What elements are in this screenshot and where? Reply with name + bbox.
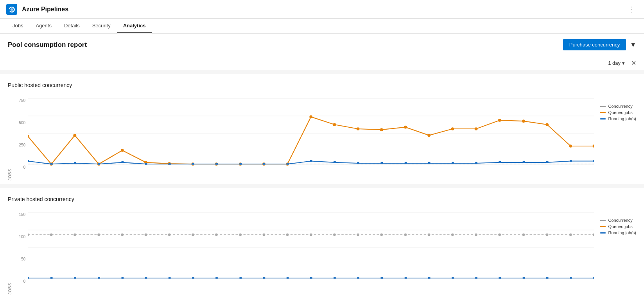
- svg-rect-50: [475, 162, 477, 164]
- svg-point-8: [73, 134, 76, 137]
- svg-point-62: [28, 234, 29, 236]
- svg-rect-44: [334, 161, 336, 164]
- svg-point-72: [263, 234, 265, 236]
- svg-rect-45: [357, 162, 359, 164]
- svg-point-69: [192, 234, 194, 236]
- svg-point-23: [427, 134, 431, 137]
- public-chart-svg: [28, 95, 594, 180]
- header-actions: ⋮: [624, 4, 638, 15]
- svg-point-75: [333, 234, 336, 236]
- svg-point-22: [404, 126, 407, 129]
- private-legend-queued: Queued jobs: [600, 224, 636, 229]
- svg-point-82: [498, 234, 501, 236]
- app-title: Azure Pipelines: [22, 6, 68, 13]
- queued-color: [600, 112, 606, 113]
- svg-point-67: [145, 234, 147, 236]
- nav-item-analytics[interactable]: Analytics: [117, 19, 152, 33]
- svg-rect-51: [499, 161, 501, 164]
- svg-point-73: [286, 234, 289, 236]
- nav-item-jobs[interactable]: Jobs: [6, 19, 29, 33]
- private-legend-concurrency: Concurrency: [600, 218, 636, 223]
- public-y-ticks: 7505002500: [14, 95, 28, 180]
- kebab-menu-button[interactable]: ⋮: [624, 4, 638, 15]
- svg-point-21: [380, 128, 383, 131]
- svg-point-27: [522, 119, 525, 123]
- private-chart-svg: [28, 209, 594, 294]
- public-chart-container: JOBS 7505002500: [8, 95, 636, 180]
- private-chart-title: Private hosted concurrency: [8, 196, 636, 202]
- legend-concurrency: Concurrency: [600, 104, 636, 109]
- svg-rect-33: [74, 162, 76, 164]
- legend-running: Running job(s): [600, 116, 636, 121]
- svg-point-65: [97, 234, 100, 236]
- svg-rect-49: [452, 162, 454, 164]
- svg-point-25: [475, 127, 478, 130]
- public-chart-area: 13:0014:0015:0016:0017:0018:0019:0020:00…: [28, 95, 594, 180]
- svg-rect-48: [428, 162, 431, 164]
- svg-rect-47: [405, 162, 407, 164]
- svg-point-10: [121, 149, 124, 152]
- svg-point-85: [569, 234, 572, 236]
- svg-point-80: [451, 234, 454, 236]
- svg-point-26: [498, 119, 501, 122]
- svg-rect-43: [310, 160, 312, 162]
- private-chart-container: JOBS 150100500: [8, 209, 636, 294]
- nav-item-details[interactable]: Details: [58, 19, 86, 33]
- content-area: Public hosted concurrency JOBS 750500250…: [0, 74, 644, 296]
- svg-point-74: [310, 234, 312, 236]
- svg-point-79: [428, 234, 431, 236]
- svg-rect-52: [523, 161, 525, 164]
- legend-queued: Queued jobs: [600, 110, 636, 115]
- svg-point-24: [451, 127, 454, 130]
- concurrency-color: [600, 106, 606, 107]
- private-y-axis-label: JOBS: [8, 209, 12, 294]
- toolbar: 1 day ▾ ✕: [0, 56, 644, 70]
- svg-point-29: [569, 144, 572, 148]
- private-chart-legend: Concurrency Queued jobs Running job(s): [600, 209, 636, 294]
- svg-point-20: [357, 127, 360, 130]
- public-concurrency-chart-section: Public hosted concurrency JOBS 750500250…: [0, 74, 644, 184]
- app-logo: [6, 4, 17, 15]
- nav-item-security[interactable]: Security: [86, 19, 117, 33]
- svg-point-70: [215, 234, 218, 236]
- svg-point-19: [333, 123, 336, 126]
- svg-point-76: [357, 234, 359, 236]
- private-chart-area: 13:0014:0015:0016:0017:0018:0019:0020:00…: [28, 209, 594, 294]
- svg-point-83: [522, 234, 525, 236]
- private-legend-running: Running job(s): [600, 230, 636, 235]
- svg-rect-55: [593, 160, 594, 162]
- svg-point-30: [593, 144, 594, 148]
- private-y-ticks: 150100500: [14, 209, 28, 294]
- svg-rect-53: [546, 161, 549, 164]
- svg-point-64: [74, 234, 76, 236]
- svg-rect-46: [380, 162, 383, 164]
- filter-icon[interactable]: ▼: [630, 41, 636, 48]
- svg-point-0: [11, 8, 13, 11]
- svg-point-84: [546, 234, 549, 236]
- main-nav: Jobs Agents Details Security Analytics: [0, 19, 644, 34]
- svg-point-63: [50, 234, 53, 236]
- public-chart-title: Public hosted concurrency: [8, 82, 636, 88]
- private-concurrency-chart-section: Private hosted concurrency JOBS 15010050…: [0, 188, 644, 296]
- svg-point-71: [239, 234, 242, 236]
- svg-rect-54: [570, 160, 572, 162]
- svg-point-81: [475, 234, 477, 236]
- public-y-axis-label: JOBS: [8, 95, 12, 180]
- page-header: Pool consumption report Purchase concurr…: [0, 34, 644, 56]
- day-selector[interactable]: 1 day ▾: [608, 60, 625, 66]
- svg-rect-35: [122, 161, 124, 164]
- running-color: [600, 118, 606, 119]
- svg-point-77: [380, 234, 383, 236]
- app-header: Azure Pipelines ⋮: [0, 0, 644, 19]
- nav-item-agents[interactable]: Agents: [29, 19, 57, 33]
- svg-point-78: [404, 234, 407, 236]
- svg-point-18: [309, 115, 312, 118]
- svg-point-28: [545, 123, 549, 126]
- close-button[interactable]: ✕: [631, 59, 636, 67]
- purchase-concurrency-button[interactable]: Purchase concurrency: [563, 39, 626, 50]
- page-title: Pool consumption report: [8, 41, 563, 49]
- svg-point-68: [168, 234, 171, 236]
- svg-point-66: [121, 234, 124, 236]
- public-chart-legend: Concurrency Queued jobs Running job(s): [600, 95, 636, 180]
- svg-rect-31: [28, 160, 29, 162]
